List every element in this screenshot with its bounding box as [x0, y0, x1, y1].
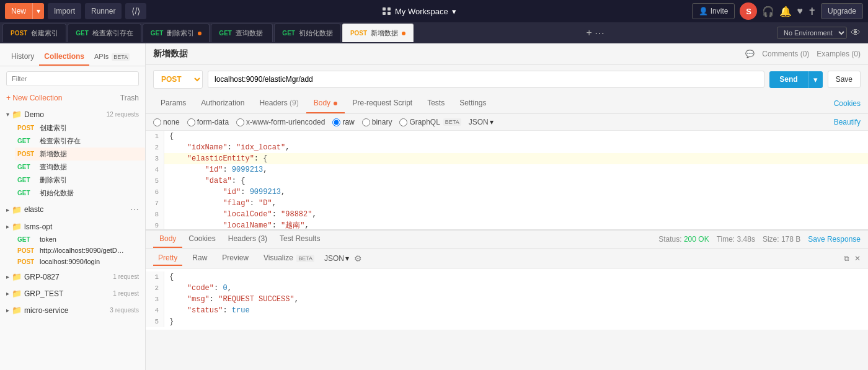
save-button[interactable]: Save	[828, 71, 861, 88]
code-button[interactable]: ⟨/⟩	[125, 3, 146, 19]
collection-grp0827-header[interactable]: ▸ 📁 GRP-0827 1 request	[0, 270, 145, 284]
tab-5[interactable]: POST 新增数据	[342, 24, 414, 42]
tab-1[interactable]: GET 检查索引存在	[68, 24, 141, 42]
resp-json-arrow[interactable]: ▾	[345, 254, 349, 263]
new-collection-button[interactable]: + New Collection	[6, 94, 62, 102]
tab-settings[interactable]: Settings	[452, 94, 494, 113]
search-input[interactable]	[6, 71, 139, 86]
tab-prerequest[interactable]: Pre-request Script	[345, 94, 420, 113]
tab-4[interactable]: GET 初始化数据	[274, 24, 341, 42]
json-format-select[interactable]: JSON ▾	[469, 118, 494, 126]
resp-tab-testresults[interactable]: Test Results	[273, 231, 326, 248]
comments-link[interactable]: Comments (0)	[762, 50, 809, 58]
resp-tab-cookies[interactable]: Cookies	[182, 231, 221, 248]
tab-authorization[interactable]: Authorization	[193, 94, 252, 113]
tab-body[interactable]: Body	[306, 94, 345, 113]
tab-more-button[interactable]: ⋯	[595, 27, 604, 39]
tab-headers[interactable]: Headers (9)	[252, 94, 306, 113]
resp-view-preview[interactable]: Preview	[217, 251, 254, 266]
invite-button[interactable]: 👤 Invite	[692, 3, 735, 19]
grp0827-name: GRP-0827	[24, 273, 110, 281]
tab-params[interactable]: Params	[153, 94, 193, 113]
tab-0[interactable]: POST 创建索引	[2, 24, 66, 42]
resp-json-select[interactable]: JSON ▾	[324, 254, 349, 263]
item-init-data[interactable]: GET 初始化数据	[15, 187, 145, 200]
sidebar-content: ▾ 📁 Demo 12 requests POST 创建索引 GET 检查索引存…	[0, 106, 145, 370]
opt-formdata[interactable]: form-data	[187, 118, 229, 126]
heart-icon[interactable]: ♥	[797, 6, 803, 17]
tab-history[interactable]: History	[6, 48, 39, 66]
env-eye-button[interactable]: 👁	[851, 27, 861, 38]
collection-grptest-header[interactable]: ▸ 📁 GRP_TEST 1 request	[0, 286, 145, 301]
method-select[interactable]: POST	[153, 70, 203, 89]
response-view-tabs: Pretty Raw Preview Visualize BETA JSON ▾…	[146, 249, 868, 269]
status-label: Status: 200 OK	[658, 235, 709, 244]
elastc-more-icon[interactable]: ⋯	[130, 205, 139, 214]
workspace-arrow: ▾	[452, 7, 456, 16]
tab-tests[interactable]: Tests	[420, 94, 452, 113]
trash-button[interactable]: Trash	[120, 94, 139, 102]
collection-demo-header[interactable]: ▾ 📁 Demo 12 requests	[0, 107, 145, 121]
resp-tab-headers[interactable]: Headers (3)	[222, 231, 273, 248]
tab-3[interactable]: GET 查询数据	[211, 24, 273, 42]
tab-collections[interactable]: Collections	[39, 48, 89, 66]
item-new-data[interactable]: POST 新增数据	[15, 148, 145, 161]
content-area: 新增数据 💬 Comments (0) Examples (0) POST Se…	[146, 43, 868, 370]
workspace-selector[interactable]: My Workspace ▾	[150, 7, 688, 16]
import-button[interactable]: Import	[48, 3, 81, 19]
response-body-viewer: 1 { 2 "code": 0, 3 "msg": "REQUEST SUCCE…	[146, 269, 868, 330]
resp-clear-icon[interactable]: ✕	[854, 254, 861, 263]
bell-icon[interactable]: 🔔	[779, 6, 792, 17]
opt-urlencoded[interactable]: x-www-form-urlencoded	[236, 118, 325, 126]
cross-icon[interactable]: ✝	[808, 6, 816, 17]
send-button[interactable]: Send	[769, 71, 807, 88]
item-name: 创建索引	[40, 123, 67, 133]
item-login[interactable]: POST localhost:9090/login	[15, 256, 145, 267]
environment-select[interactable]: No Environment	[777, 27, 847, 39]
item-token[interactable]: GET token	[15, 234, 145, 245]
beautify-button[interactable]: Beautify	[834, 118, 861, 126]
resp-tab-body[interactable]: Body	[153, 231, 182, 248]
item-query-data[interactable]: GET 查询数据	[15, 161, 145, 174]
resp-filter-icon[interactable]: ⚙	[354, 253, 362, 263]
opt-binary[interactable]: binary	[362, 118, 392, 126]
cookies-link[interactable]: Cookies	[834, 99, 861, 108]
item-create-index[interactable]: POST 创建索引	[15, 121, 145, 134]
json-button[interactable]: JSON	[469, 118, 489, 126]
tab-5-name: 新增数据	[371, 29, 398, 38]
send-dropdown-button[interactable]: ▾	[808, 71, 823, 88]
examples-link[interactable]: Examples (0)	[817, 50, 861, 58]
item-method: POST	[17, 151, 36, 157]
user-avatar[interactable]: S	[740, 2, 757, 20]
opt-raw[interactable]: raw	[332, 118, 354, 126]
tab-4-name: 初始化数据	[299, 29, 333, 38]
resp-view-pretty[interactable]: Pretty	[153, 251, 182, 266]
resp-line-1: 1 {	[146, 271, 868, 283]
save-response-link[interactable]: Save Response	[808, 235, 861, 244]
headphone-icon[interactable]: 🎧	[762, 6, 774, 17]
collection-elastc-header[interactable]: ▸ 📁 elastc ⋯	[0, 202, 145, 217]
resp-view-visualize[interactable]: Visualize BETA	[259, 251, 319, 266]
collection-microservice-header[interactable]: ▸ 📁 micro-service 3 requests	[0, 303, 145, 317]
json-arrow[interactable]: ▾	[490, 118, 494, 126]
resp-json-button[interactable]: JSON	[324, 254, 344, 263]
add-tab-button[interactable]: +	[586, 27, 591, 38]
url-input[interactable]	[208, 71, 764, 88]
runner-button[interactable]: Runner	[85, 3, 122, 19]
size-value: 178 B	[781, 235, 800, 244]
tab-apis[interactable]: APIs BETA	[89, 49, 135, 65]
resp-copy-icon[interactable]: ⧉	[844, 254, 849, 263]
opt-graphql[interactable]: GraphQL BETA	[399, 118, 461, 126]
item-check-index[interactable]: GET 检查索引存在	[15, 134, 145, 148]
opt-none[interactable]: none	[153, 118, 180, 126]
item-delete-index[interactable]: GET 删除索引	[15, 174, 145, 187]
resp-view-raw[interactable]: Raw	[187, 251, 212, 266]
upgrade-button[interactable]: Upgrade	[821, 3, 863, 19]
request-body-editor[interactable]: 1 { 2 "idxName": "idx_locat", 3 "elastic…	[146, 131, 868, 230]
new-button[interactable]: New ▾	[5, 3, 44, 19]
item-getdata[interactable]: POST http://localhost:9090/getDataByTok.…	[15, 245, 145, 256]
lsmsopt-folder-icon: 📁	[12, 222, 22, 231]
collection-lsmsopt-header[interactable]: ▸ 📁 lsms-opt	[0, 219, 145, 234]
new-dropdown-arrow[interactable]: ▾	[32, 3, 44, 19]
tab-2[interactable]: GET 删除索引	[143, 24, 210, 42]
